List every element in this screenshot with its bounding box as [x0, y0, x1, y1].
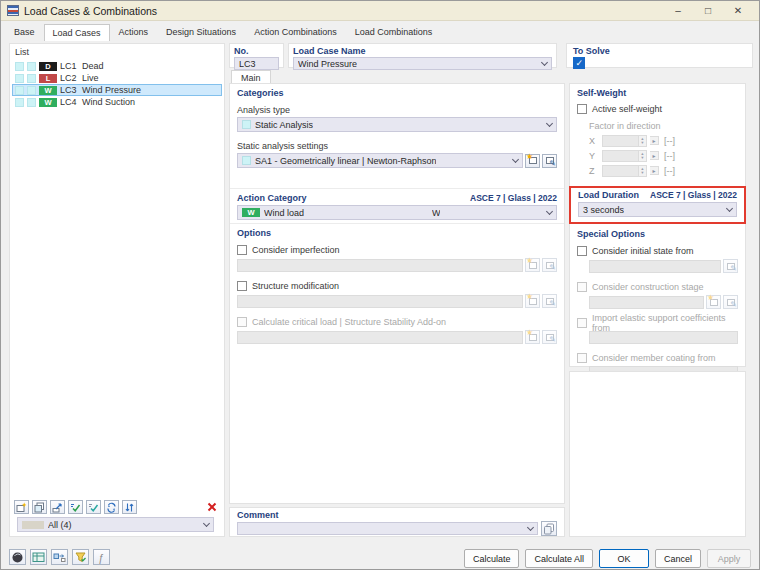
- tab-load-cases[interactable]: Load Cases: [44, 24, 110, 41]
- edit-construction-stage-icon: ✎: [723, 295, 738, 309]
- categories-section: Categories Analysis type Static Analysis…: [230, 84, 564, 189]
- tab-actions[interactable]: Actions: [110, 24, 158, 40]
- no-value: LC3: [239, 59, 256, 69]
- load-duration-select[interactable]: 3 seconds: [578, 202, 737, 217]
- ok-button[interactable]: OK: [599, 549, 649, 568]
- load-case-name-value: Wind Pressure: [298, 59, 357, 69]
- activate-load-case-icon[interactable]: [68, 500, 83, 514]
- comment-select[interactable]: [237, 522, 538, 535]
- consider-construction-stage-checkbox: [577, 282, 587, 292]
- copy-comment-icon[interactable]: [541, 521, 557, 536]
- filter-value: All (4): [48, 520, 72, 530]
- import-elastic-support-checkbox: [577, 318, 587, 328]
- active-self-weight-checkbox[interactable]: [577, 104, 587, 114]
- category-badge: L: [39, 74, 57, 83]
- name-panel: Load Case Name Wind Pressure: [288, 43, 557, 68]
- load-case-id: LC4: [60, 97, 79, 107]
- load-case-name-select[interactable]: Wind Pressure: [293, 57, 552, 70]
- copy-load-case-icon[interactable]: [32, 500, 47, 514]
- to-solve-checkbox[interactable]: [573, 57, 585, 69]
- static-settings-select[interactable]: SA1 - Geometrically linear | Newton-Raph…: [237, 153, 523, 168]
- load-duration-value: 3 seconds: [583, 205, 624, 215]
- special-options-section: Special Options Consider initial state f…: [570, 224, 745, 391]
- tables-icon[interactable]: [30, 549, 47, 565]
- load-case-id: LC2: [60, 73, 79, 83]
- new-settings-icon[interactable]: ★: [525, 154, 540, 168]
- assign-icon[interactable]: [51, 549, 68, 565]
- tab-design-situations[interactable]: Design Situations: [157, 24, 245, 40]
- maximize-button[interactable]: □: [693, 2, 723, 20]
- action-category-select[interactable]: W Wind load W: [237, 205, 557, 220]
- toggle-cell-icon[interactable]: [15, 74, 24, 83]
- chevron-down-icon: [203, 520, 210, 527]
- close-button[interactable]: ✕: [723, 2, 753, 20]
- list-item-lc2[interactable]: L LC2 Live: [12, 72, 222, 84]
- minimize-button[interactable]: –: [663, 2, 693, 20]
- action-category-standard: ASCE 7 | Glass | 2022: [470, 193, 557, 203]
- toggle-cell-icon[interactable]: [27, 62, 36, 71]
- deactivate-load-case-icon[interactable]: [86, 500, 101, 514]
- unit-x-label: [--]: [664, 136, 675, 146]
- new-load-case-icon[interactable]: [14, 500, 29, 514]
- filter-icon[interactable]: [72, 549, 89, 565]
- consider-initial-state-checkbox[interactable]: [577, 246, 587, 256]
- list-filter-select[interactable]: All (4): [17, 517, 214, 532]
- self-weight-header: Self-Weight: [577, 88, 738, 98]
- new-construction-stage-icon: ★: [706, 295, 721, 309]
- analysis-type-select[interactable]: Static Analysis: [237, 117, 557, 132]
- list-item-lc1[interactable]: D LC1 Dead: [12, 60, 222, 72]
- calculate-all-button[interactable]: Calculate All: [525, 549, 593, 568]
- consider-member-coating-label: Consider member coating from: [592, 353, 716, 363]
- chevron-down-icon: [726, 205, 733, 212]
- comment-panel: Comment: [229, 507, 565, 537]
- consider-imperfection-label: Consider imperfection: [252, 245, 340, 255]
- chevron-down-icon: [527, 524, 534, 531]
- window-title: Load Cases & Combinations: [24, 5, 157, 17]
- toggle-cell-icon[interactable]: [15, 62, 24, 71]
- toggle-cell-icon[interactable]: [27, 98, 36, 107]
- edit-imperfection-icon: ✎: [542, 258, 557, 272]
- generate-load-case-icon[interactable]: [50, 500, 65, 514]
- construction-stage-field: [589, 296, 704, 309]
- axis-y-label: Y: [589, 151, 599, 161]
- cancel-button[interactable]: Cancel: [655, 549, 701, 568]
- chevron-down-icon: [512, 156, 519, 163]
- axis-z-label: Z: [589, 166, 599, 176]
- app-icon: [7, 5, 19, 16]
- load-case-name: Wind Pressure: [82, 85, 141, 95]
- consider-imperfection-checkbox[interactable]: [237, 245, 247, 255]
- apply-button: Apply: [707, 549, 751, 568]
- new-critical-icon: ★: [525, 330, 540, 344]
- tab-base[interactable]: Base: [5, 24, 44, 40]
- load-case-list-panel: List D LC1 Dead L LC2 Live W LC3 Wind Pr…: [9, 43, 225, 537]
- new-modification-icon: ★: [525, 294, 540, 308]
- list-item-lc4[interactable]: W LC4 Wind Suction: [12, 96, 222, 108]
- middle-panel: Categories Analysis type Static Analysis…: [229, 83, 565, 504]
- load-cases-dialog: Load Cases & Combinations – □ ✕ Base Loa…: [0, 0, 760, 570]
- category-badge: D: [39, 62, 57, 71]
- list-item-lc3[interactable]: W LC3 Wind Pressure: [12, 84, 222, 96]
- tab-action-combinations[interactable]: Action Combinations: [245, 24, 346, 40]
- edit-initial-state-icon: ✎: [723, 259, 738, 273]
- toggle-cell-icon[interactable]: [27, 86, 36, 95]
- special-options-header: Special Options: [577, 229, 738, 239]
- action-category-header: Action Category: [237, 193, 307, 203]
- structure-modification-label: Structure modification: [252, 281, 339, 291]
- toggle-cell-icon[interactable]: [15, 86, 24, 95]
- calculate-button[interactable]: Calculate: [464, 549, 520, 568]
- delete-all-icon[interactable]: [204, 500, 219, 514]
- load-duration-standard: ASCE 7 | Glass | 2022: [650, 190, 737, 200]
- function-icon[interactable]: ƒ: [93, 549, 110, 565]
- main-tab-bar: Base Load Cases Actions Design Situation…: [5, 23, 755, 40]
- toggle-cell-icon[interactable]: [27, 74, 36, 83]
- preview-sphere-icon[interactable]: [9, 549, 26, 565]
- structure-modification-checkbox[interactable]: [237, 281, 247, 291]
- renumber-icon[interactable]: [104, 500, 119, 514]
- edit-settings-icon[interactable]: ✎: [542, 154, 557, 168]
- toggle-cell-icon[interactable]: [15, 98, 24, 107]
- tab-load-combinations[interactable]: Load Combinations: [346, 24, 442, 40]
- construction-stage-group: Consider construction stage ★ ✎: [577, 280, 738, 309]
- number-panel: No. LC3: [229, 43, 284, 68]
- options-header: Options: [237, 228, 557, 238]
- sort-icon[interactable]: [122, 500, 137, 514]
